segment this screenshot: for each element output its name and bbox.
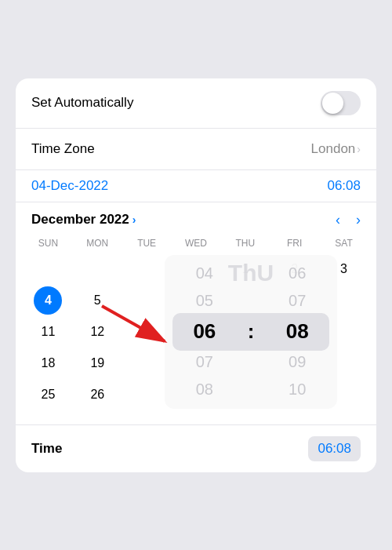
hour-04[interactable]: 04 — [196, 260, 213, 287]
calendar-container: 1 2 3 4 5 11 12 18 19 — [16, 255, 376, 409]
timezone-chevron-icon: › — [357, 143, 361, 155]
timezone-value-group: London › — [311, 141, 361, 157]
weekday-header-row: SUN MON TUE WED THU FRI SAT — [16, 235, 376, 252]
time-picker-columns: 04 05 06 07 08 : 06 07 08 09 10 — [165, 260, 337, 403]
weekday-tue: TUE — [122, 235, 172, 252]
calendar-prev-button[interactable]: ‹ — [336, 212, 340, 228]
calendar-day-5[interactable]: 5 — [73, 286, 122, 315]
calendar-spacer — [16, 409, 376, 418]
calendar-day-empty — [24, 255, 73, 283]
hour-08[interactable]: 08 — [196, 376, 213, 403]
time-row-bottom: Time 06:08 — [16, 424, 376, 472]
month-title-group: December 2022 › — [31, 212, 136, 228]
toggle-thumb — [322, 93, 343, 114]
month-chevron-icon[interactable]: › — [132, 213, 136, 226]
set-automatically-row: Set Automatically — [16, 78, 376, 129]
calendar-day-4-cell[interactable]: 4 — [24, 286, 73, 315]
min-10[interactable]: 10 — [289, 376, 306, 403]
min-07[interactable]: 07 — [289, 287, 306, 315]
weekday-sun: SUN — [24, 235, 73, 252]
calendar-day-19[interactable]: 19 — [73, 349, 122, 377]
date-time-display-row: 04-Dec-2022 06:08 — [16, 170, 376, 202]
calendar-day-26[interactable]: 26 — [73, 381, 122, 409]
time-colon: : — [245, 319, 258, 344]
time-display[interactable]: 06:08 — [327, 178, 361, 194]
set-automatically-label: Set Automatically — [31, 95, 133, 111]
weekday-thu: THU — [220, 235, 270, 252]
month-title-text: December 2022 — [31, 212, 129, 228]
main-card: Set Automatically Time Zone London › 04-… — [16, 78, 376, 472]
weekday-fri: FRI — [270, 235, 319, 252]
calendar-nav: ‹ › — [336, 212, 361, 228]
calendar-day-4-selected[interactable]: 4 — [34, 286, 62, 315]
hours-column: 04 05 06 07 08 — [165, 260, 245, 403]
calendar-day-empty — [73, 255, 122, 283]
calendar-day-12[interactable]: 12 — [73, 318, 122, 346]
calendar-day-11[interactable]: 11 — [24, 318, 73, 346]
calendar-header: December 2022 › ‹ › — [16, 202, 376, 235]
calendar-day-18[interactable]: 18 — [24, 349, 73, 377]
hour-06-selected[interactable]: 06 — [193, 315, 216, 348]
hour-05[interactable]: 05 — [196, 287, 213, 315]
date-display[interactable]: 04-Dec-2022 — [31, 178, 108, 194]
hour-07[interactable]: 07 — [196, 348, 213, 376]
timezone-value-text: London — [311, 141, 356, 157]
weekday-wed: WED — [172, 235, 221, 252]
time-value-badge[interactable]: 06:08 — [308, 436, 361, 461]
calendar-day-25[interactable]: 25 — [24, 381, 73, 409]
min-08-selected[interactable]: 08 — [286, 315, 309, 348]
timezone-label: Time Zone — [31, 141, 95, 157]
time-picker-panel: ThU 04 05 06 07 08 : 06 07 0 — [165, 255, 337, 409]
weekday-sat: SAT — [319, 235, 368, 252]
time-label: Time — [31, 441, 62, 457]
timezone-row[interactable]: Time Zone London › — [16, 129, 376, 170]
min-09[interactable]: 09 — [289, 348, 306, 376]
minutes-column: 06 07 08 09 10 — [257, 260, 337, 403]
weekday-mon: MON — [73, 235, 122, 252]
set-automatically-toggle[interactable] — [321, 91, 361, 115]
calendar-next-button[interactable]: › — [356, 212, 361, 228]
min-06[interactable]: 06 — [289, 260, 306, 287]
